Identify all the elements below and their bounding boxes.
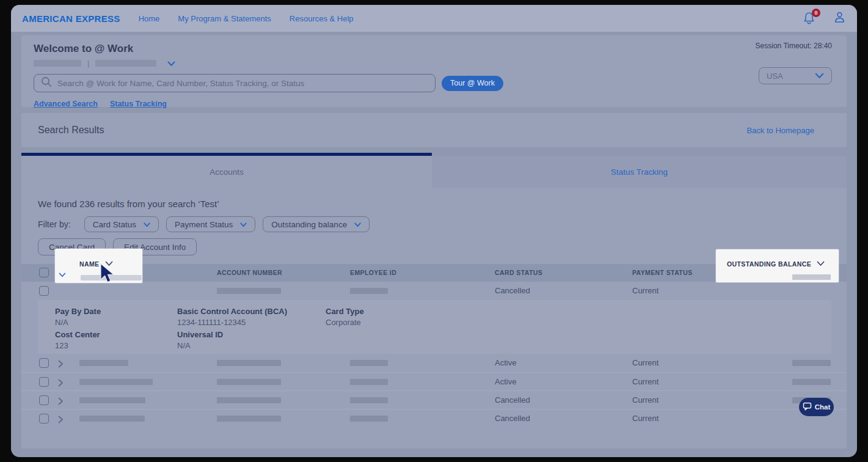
redacted-user-name-bar (34, 60, 81, 67)
chevron-down-icon (144, 220, 150, 229)
column-header-employee-id[interactable]: EMPLOYEE ID (350, 264, 396, 282)
chat-bubble-icon (803, 402, 812, 412)
detail-universal-id: Universal ID N/A (177, 330, 223, 350)
card-status-value: Active (495, 354, 516, 372)
redacted-account-number-bar (217, 288, 281, 294)
welcome-panel: Welcome to @ Work Session Timeout: 28:40… (21, 35, 847, 107)
redacted-employee-id-bar (350, 360, 388, 366)
card-status-value: Cancelled (495, 391, 530, 409)
notification-badge: 0 (812, 9, 820, 17)
redacted-employee-id-bar (350, 397, 388, 403)
payment-status-value: Current (632, 354, 658, 372)
cursor-arrow-icon (100, 263, 117, 286)
page-title: Welcome to @ Work (34, 43, 834, 55)
results-summary: We found 236 results from your search ‘T… (38, 188, 847, 209)
country-selector[interactable]: USA (759, 67, 832, 84)
filter-payment-status-label: Payment Status (175, 220, 233, 229)
redacted-employee-id-bar (350, 379, 388, 385)
nav-link-home[interactable]: Home (139, 14, 160, 23)
amex-logo: AMERICAN EXPRESS (22, 13, 120, 24)
row-checkbox[interactable] (39, 395, 49, 405)
notifications-button[interactable]: 0 (803, 12, 816, 25)
redacted-name-bar (79, 360, 128, 366)
chevron-right-icon[interactable] (58, 378, 64, 389)
detail-value: 123 (55, 341, 100, 350)
navbar-right: 0 (803, 11, 846, 26)
divider: | (87, 59, 89, 68)
redacted-employee-id-bar (350, 416, 388, 422)
card-status-value: Cancelled (495, 409, 530, 428)
advanced-search-link[interactable]: Advanced Search (34, 100, 98, 108)
chevron-right-icon[interactable] (58, 397, 64, 408)
detail-bca: Basic Control Account (BCA) 1234-111111-… (177, 307, 287, 327)
expanded-row-details: Pay By Date N/A Basic Control Account (B… (38, 300, 831, 354)
atwork-page: AMERICAN EXPRESS Home My Program & State… (11, 5, 857, 457)
chevron-down-icon (815, 72, 824, 81)
filter-payment-status[interactable]: Payment Status (166, 216, 255, 232)
nav-links: Home My Program & Statements Resources &… (139, 14, 354, 23)
program-chevron-down-icon[interactable] (167, 58, 175, 69)
redacted-employee-id-bar (350, 288, 388, 294)
filter-by-label: Filter by: (38, 219, 71, 229)
filter-outstanding-balance[interactable]: Outstanding balance (263, 216, 370, 232)
redacted-balance-bar (792, 360, 831, 366)
redacted-program-name-bar (95, 60, 156, 67)
redacted-balance-bar (792, 379, 831, 385)
select-all-checkbox[interactable] (39, 268, 49, 277)
chevron-right-icon[interactable] (58, 415, 64, 426)
chat-button[interactable]: Chat (799, 398, 834, 416)
row-checkbox[interactable] (39, 286, 49, 296)
column-header-card-status[interactable]: CARD STATUS (495, 264, 542, 282)
detail-label: Universal ID (177, 330, 223, 339)
back-to-homepage-link[interactable]: Back to Homepage (746, 126, 814, 135)
detail-value: 1234-111111-12345 (177, 318, 287, 327)
filter-card-status[interactable]: Card Status (84, 216, 159, 232)
redacted-name-bar (79, 379, 153, 385)
top-navbar: AMERICAN EXPRESS Home My Program & State… (11, 5, 857, 32)
card-status-value: Cancelled (495, 282, 530, 300)
chevron-down-icon (354, 220, 361, 229)
payment-status-value: Current (632, 409, 658, 428)
search-links-row: Advanced Search Status Tracking (34, 100, 834, 108)
detail-label: Cost Center (55, 330, 100, 339)
country-value: USA (767, 72, 783, 81)
table-row: Cancelled Current (21, 391, 847, 409)
payment-status-value: Current (632, 391, 658, 409)
column-header-name-label: NAME (79, 260, 100, 268)
row-checkbox[interactable] (39, 377, 49, 387)
nav-link-resources[interactable]: Resources & Help (290, 14, 354, 23)
redacted-name-bar (79, 416, 145, 422)
detail-label: Basic Control Account (BCA) (177, 307, 287, 316)
search-results-title: Search Results (38, 125, 104, 136)
profile-button[interactable] (833, 11, 846, 26)
filter-card-status-label: Card Status (93, 220, 136, 229)
redacted-account-number-bar (217, 379, 281, 385)
tour-at-work-button[interactable]: Tour @ Work (442, 76, 503, 91)
status-tracking-link[interactable]: Status Tracking (110, 100, 167, 108)
detail-cost-center: Cost Center 123 (55, 330, 100, 350)
accounts-results-panel: We found 236 results from your search ‘T… (21, 188, 847, 449)
row-checkbox[interactable] (39, 414, 49, 424)
nav-link-my-program[interactable]: My Program & Statements (178, 14, 271, 23)
detail-value: N/A (55, 318, 101, 327)
table-row: Active Current (21, 372, 847, 391)
column-header-payment-status[interactable]: PAYMENT STATUS (632, 264, 693, 282)
row-checkbox[interactable] (39, 358, 49, 368)
detail-label: Card Type (326, 307, 364, 316)
search-icon (41, 76, 52, 90)
column-header-outstanding-balance[interactable]: OUTSTANDING BALANCE (727, 260, 825, 268)
search-row: Tour @ Work (34, 74, 834, 92)
chevron-down-icon[interactable] (59, 269, 66, 280)
chevron-right-icon[interactable] (58, 359, 64, 370)
column-header-account-number[interactable]: ACCOUNT NUMBER (217, 264, 282, 282)
search-input[interactable] (57, 79, 428, 88)
payment-status-value: Current (632, 373, 658, 391)
tab-status-tracking[interactable]: Status Tracking (432, 156, 847, 188)
tab-accounts[interactable]: Accounts (21, 153, 432, 188)
detail-label: Pay By Date (55, 307, 101, 316)
page-content: Welcome to @ Work Session Timeout: 28:40… (11, 32, 857, 449)
table-row: Active Current (21, 354, 847, 372)
user-program-row: | (34, 59, 834, 67)
redacted-account-number-bar (217, 397, 281, 403)
detail-card-type: Card Type Corporate (326, 307, 364, 327)
